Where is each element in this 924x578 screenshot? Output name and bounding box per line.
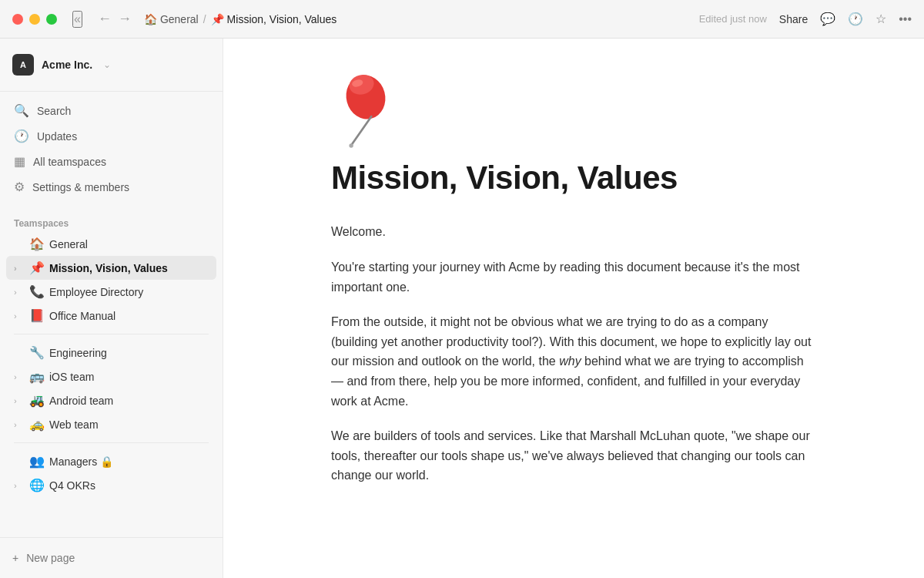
new-page-plus-icon: + (12, 552, 18, 564)
titlebar: « ← → 🏠 General / 📌 Mission, Vision, Val… (0, 0, 924, 39)
sidebar-scroll: Teamspaces 🏠 General › 📌 Mission, Vision… (0, 206, 223, 537)
back-button[interactable]: ← (98, 11, 112, 27)
android-page-icon: 🚜 (29, 393, 45, 408)
sidebar-item-engineering[interactable]: 🔧 Engineering (6, 341, 216, 365)
comments-icon[interactable]: 💬 (820, 12, 835, 26)
okrs-chevron-icon: › (14, 481, 25, 490)
general-icon: 🏠 (144, 13, 157, 25)
teamspaces-section-label: Teamspaces (6, 212, 216, 232)
mission-chevron-icon: › (14, 264, 25, 273)
sidebar-item-ios[interactable]: › 🚌 iOS team (6, 365, 216, 388)
pushpin-svg (331, 69, 400, 153)
settings-label: Settings & members (32, 181, 129, 193)
android-chevron-icon: › (14, 396, 25, 405)
sidebar-updates[interactable]: 🕐 Updates (6, 123, 216, 149)
history-icon[interactable]: 🕐 (848, 12, 863, 26)
q4-okrs-label: Q4 OKRs (49, 479, 209, 492)
new-page-label: New page (26, 552, 75, 564)
maximize-button[interactable] (46, 14, 57, 25)
sidebar-item-web[interactable]: › 🚕 Web team (6, 412, 216, 436)
pin-icon: 📌 (211, 13, 224, 25)
sidebar: A Acme Inc. ⌄ 🔍 Search 🕐 Updates ▦ All t… (0, 39, 223, 578)
italic-why: why (559, 355, 581, 368)
updates-label: Updates (37, 130, 77, 143)
employee-page-icon: 📞 (29, 284, 45, 299)
breadcrumb-current[interactable]: 📌 Mission, Vision, Values (211, 13, 337, 25)
breadcrumb-parent[interactable]: 🏠 General (144, 13, 199, 25)
engineering-label: Engineering (49, 347, 209, 359)
sidebar-search[interactable]: 🔍 Search (6, 98, 216, 123)
paragraph-welcome: Welcome. (331, 222, 816, 242)
ios-team-label: iOS team (49, 371, 209, 383)
web-chevron-icon: › (14, 420, 25, 429)
updates-icon: 🕐 (14, 129, 29, 143)
office-page-icon: 📕 (29, 308, 45, 323)
mission-label: Mission, Vision, Values (49, 262, 209, 274)
section-divider-1 (14, 334, 209, 334)
mission-page-icon: 📌 (29, 260, 45, 275)
section-divider-2 (14, 442, 209, 443)
general-page-icon: 🏠 (29, 237, 45, 251)
sidebar-nav: 🔍 Search 🕐 Updates ▦ All teamspaces ⚙ Se… (0, 92, 223, 206)
more-options-icon[interactable]: ••• (899, 12, 912, 26)
close-button[interactable] (12, 14, 23, 25)
sidebar-item-general[interactable]: 🏠 General (6, 232, 216, 256)
content-area: Mission, Vision, Values Welcome. You're … (223, 39, 924, 578)
workspace-name: Acme Inc. (42, 59, 92, 71)
svg-line-3 (352, 116, 371, 144)
search-label: Search (37, 105, 71, 117)
forward-button[interactable]: → (118, 11, 132, 27)
paragraph-journey: You're starting your journey with Acme b… (331, 257, 816, 297)
ios-chevron-icon: › (14, 372, 25, 381)
sidebar-top: A Acme Inc. ⌄ (0, 39, 223, 92)
page-title: Mission, Vision, Values (331, 159, 816, 197)
office-chevron-icon: › (14, 311, 25, 321)
breadcrumb-separator: / (203, 13, 206, 25)
employee-chevron-icon: › (14, 287, 25, 297)
sidebar-item-employee-directory[interactable]: › 📞 Employee Directory (6, 280, 216, 304)
page-emoji-container (331, 69, 400, 146)
page-content: Mission, Vision, Values Welcome. You're … (285, 39, 862, 578)
employee-directory-label: Employee Directory (49, 286, 209, 298)
new-page-button[interactable]: + New page (12, 547, 210, 569)
web-team-label: Web team (49, 418, 209, 431)
sidebar-settings[interactable]: ⚙ Settings & members (6, 174, 216, 200)
minimize-button[interactable] (29, 14, 40, 25)
nav-buttons: ← → (98, 11, 132, 27)
search-icon: 🔍 (14, 103, 29, 118)
engineering-page-icon: 🔧 (29, 345, 45, 360)
sidebar-bottom: + New page (0, 537, 223, 578)
workspace-header[interactable]: A Acme Inc. ⌄ (12, 48, 210, 82)
page-body: Welcome. You're starting your journey wi… (331, 222, 816, 486)
paragraph-outside: From the outside, it might not be obviou… (331, 312, 816, 411)
sidebar-item-office-manual[interactable]: › 📕 Office Manual (6, 304, 216, 328)
share-button[interactable]: Share (779, 13, 808, 25)
main-layout: A Acme Inc. ⌄ 🔍 Search 🕐 Updates ▦ All t… (0, 39, 924, 578)
all-teamspaces-label: All teamspaces (33, 156, 106, 168)
settings-icon: ⚙ (14, 180, 25, 194)
sidebar-item-q4-okrs[interactable]: › 🌐 Q4 OKRs (6, 473, 216, 497)
sidebar-item-android[interactable]: › 🚜 Android team (6, 388, 216, 412)
teamspaces-icon: ▦ (14, 154, 25, 169)
edited-timestamp: Edited just now (699, 13, 767, 25)
managers-page-icon: 👥 (29, 454, 45, 469)
sidebar-item-managers[interactable]: 👥 Managers 🔒 (6, 449, 216, 473)
favorite-icon[interactable]: ☆ (875, 12, 886, 26)
workspace-logo: A (12, 54, 34, 76)
ios-page-icon: 🚌 (29, 369, 45, 384)
android-team-label: Android team (49, 395, 209, 407)
sidebar-collapse-button[interactable]: « (72, 11, 82, 28)
office-manual-label: Office Manual (49, 310, 209, 322)
paragraph-builders: We are builders of tools and services. L… (331, 426, 816, 486)
breadcrumb-current-label: Mission, Vision, Values (227, 13, 337, 25)
sidebar-all-teamspaces[interactable]: ▦ All teamspaces (6, 149, 216, 174)
okrs-page-icon: 🌐 (29, 478, 45, 492)
managers-label: Managers 🔒 (49, 455, 209, 468)
breadcrumb-parent-label: General (160, 13, 199, 25)
web-page-icon: 🚕 (29, 417, 45, 432)
sidebar-item-mission[interactable]: › 📌 Mission, Vision, Values (6, 256, 216, 280)
svg-point-4 (349, 143, 353, 147)
general-label: General (49, 238, 209, 250)
traffic-lights (12, 14, 57, 25)
titlebar-actions: Edited just now Share 💬 🕐 ☆ ••• (699, 12, 912, 26)
